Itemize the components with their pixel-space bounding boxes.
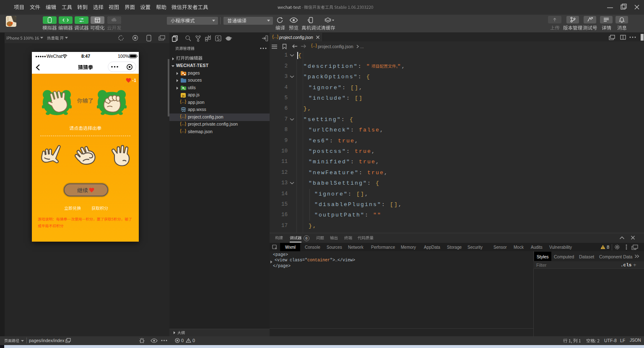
svg-text:js: js [182, 94, 184, 98]
